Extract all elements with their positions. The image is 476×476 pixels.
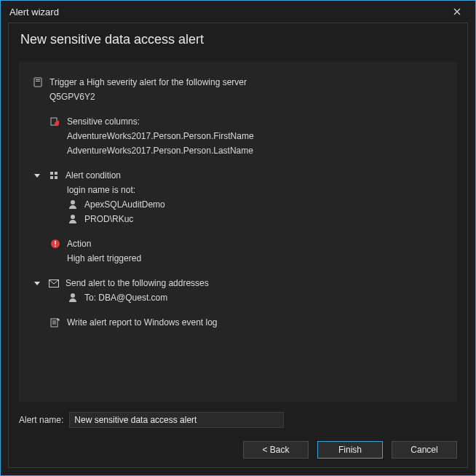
send-alert-label: Send alert to the following addresses xyxy=(66,276,209,290)
summary-panel: Trigger a High severity alert for the fo… xyxy=(19,62,457,402)
alert-name-label: Alert name: xyxy=(19,415,63,425)
event-log-icon xyxy=(49,317,61,328)
condition-text: login name is not: xyxy=(67,183,135,197)
collapse-toggle-icon xyxy=(32,277,42,289)
finish-button[interactable]: Finish xyxy=(317,441,383,459)
alert-condition-header[interactable]: Alert condition xyxy=(32,168,444,183)
wizard-heading: New sensitive data access alert xyxy=(9,23,467,62)
action-label: Action xyxy=(67,237,91,251)
event-log-label: Write alert report to Windows event log xyxy=(67,315,218,330)
window-close-button[interactable] xyxy=(446,1,468,22)
event-log-row: Write alert report to Windows event log xyxy=(49,315,444,330)
condition-value-row: PROD\RKuc xyxy=(67,212,444,226)
sensitive-column-row: AdventureWorks2017.Person.Person.FirstNa… xyxy=(67,129,444,143)
condition-value-1: ApexSQLAuditDemo xyxy=(84,197,165,212)
svg-rect-10 xyxy=(55,245,56,247)
svg-rect-9 xyxy=(55,241,56,245)
svg-rect-2 xyxy=(36,81,40,82)
send-alert-header[interactable]: Send alert to the following addresses xyxy=(32,276,444,290)
recipient-row: To: DBA@Quest.com xyxy=(67,290,444,305)
recipient-1: To: DBA@Quest.com xyxy=(84,290,167,305)
server-name: Q5GPV6Y2 xyxy=(49,90,95,104)
server-icon xyxy=(32,76,44,88)
column-shield-icon xyxy=(49,116,61,127)
trigger-label: Trigger a High severity alert for the fo… xyxy=(49,75,247,90)
action-text-row: High alert triggered xyxy=(67,251,444,266)
collapse-toggle-icon xyxy=(32,170,42,181)
action-text: High alert triggered xyxy=(67,251,141,266)
condition-value-row: ApexSQLAuditDemo xyxy=(67,197,444,212)
server-name-row: Q5GPV6Y2 xyxy=(49,90,444,104)
alert-icon xyxy=(49,238,61,250)
user-icon xyxy=(67,213,79,225)
wizard-buttons: < Back Finish Cancel xyxy=(19,441,457,459)
alert-name-input[interactable] xyxy=(69,412,284,428)
user-icon xyxy=(67,292,79,304)
action-header: Action xyxy=(49,237,444,251)
user-icon xyxy=(67,199,79,210)
svg-rect-0 xyxy=(34,78,41,87)
condition-icon xyxy=(48,170,60,181)
sensitive-columns-header: Sensitive columns: xyxy=(49,114,444,129)
close-icon xyxy=(453,8,461,15)
alert-wizard-window: Alert wizard New sensitive data access a… xyxy=(0,0,476,476)
mail-icon xyxy=(48,277,60,289)
sensitive-columns-label: Sensitive columns: xyxy=(67,114,140,129)
condition-value-2: PROD\RKuc xyxy=(84,212,133,226)
alert-condition-label: Alert condition xyxy=(66,168,121,183)
alert-name-row: Alert name: xyxy=(19,412,457,428)
sensitive-column-1: AdventureWorks2017.Person.Person.FirstNa… xyxy=(67,129,254,143)
svg-rect-1 xyxy=(36,79,40,80)
window-title: Alert wizard xyxy=(9,7,59,17)
svg-rect-4 xyxy=(50,172,53,175)
trigger-row: Trigger a High severity alert for the fo… xyxy=(32,75,444,90)
svg-rect-7 xyxy=(55,176,57,179)
svg-rect-6 xyxy=(50,176,53,179)
back-button[interactable]: < Back xyxy=(243,441,309,459)
condition-text-row: login name is not: xyxy=(67,183,444,197)
title-bar: Alert wizard xyxy=(1,1,475,23)
sensitive-column-2: AdventureWorks2017.Person.Person.LastNam… xyxy=(67,143,253,158)
sensitive-column-row: AdventureWorks2017.Person.Person.LastNam… xyxy=(67,143,444,158)
svg-rect-5 xyxy=(55,172,57,175)
wizard-body: New sensitive data access alert Trigger … xyxy=(8,23,468,468)
cancel-button[interactable]: Cancel xyxy=(392,441,457,459)
